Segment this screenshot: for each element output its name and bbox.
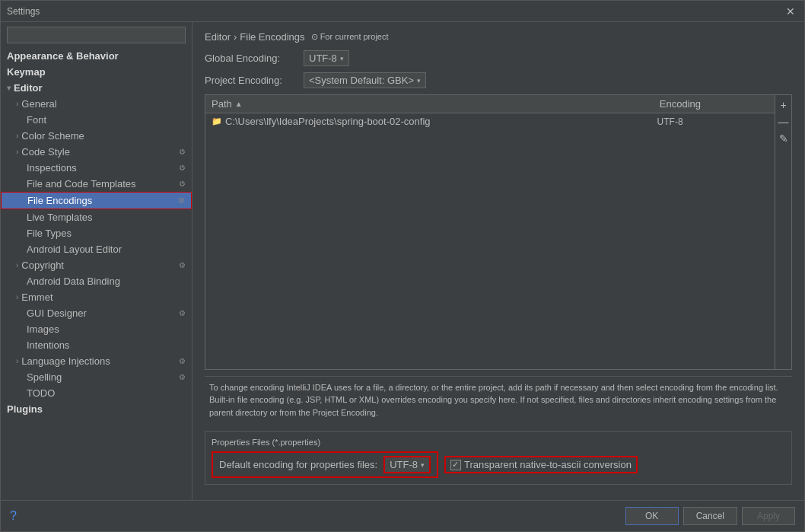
sidebar-item-inspections[interactable]: Inspections⚙ bbox=[1, 160, 192, 176]
th-encoding: Encoding bbox=[654, 95, 775, 113]
cell-encoding: UTF-8 bbox=[657, 116, 768, 127]
breadcrumb-editor: Editor bbox=[205, 31, 231, 43]
global-encoding-label: Global Encoding: bbox=[205, 53, 304, 64]
search-input[interactable] bbox=[7, 27, 186, 43]
breadcrumb-separator: › bbox=[234, 31, 237, 43]
sidebar-item-label: Inspections bbox=[27, 162, 77, 174]
sidebar-item-label: GUI Designer bbox=[27, 307, 87, 319]
cell-path: 📁 C:\Users\lfy\IdeaProjects\spring-boot-… bbox=[212, 116, 657, 127]
th-path-label: Path bbox=[212, 98, 232, 110]
chevron-icon: › bbox=[16, 293, 18, 301]
settings-badge-icon: ⚙ bbox=[179, 261, 186, 269]
sidebar-item-file-code-templates[interactable]: File and Code Templates⚙ bbox=[1, 176, 192, 192]
properties-encoding-combo[interactable]: UTF-8 ▾ bbox=[383, 456, 431, 473]
ok-button[interactable]: OK bbox=[625, 507, 679, 525]
sidebar-item-code-style[interactable]: ›Code Style⚙ bbox=[1, 144, 192, 160]
global-encoding-value: UTF-8 bbox=[309, 53, 337, 64]
settings-badge-icon: ⚙ bbox=[178, 196, 185, 205]
sidebar-item-label: Editor bbox=[14, 82, 43, 94]
sidebar-item-language-injections[interactable]: ›Language Injections⚙ bbox=[1, 353, 192, 369]
sidebar-item-live-templates[interactable]: Live Templates bbox=[1, 209, 192, 225]
sidebar-item-images[interactable]: Images bbox=[1, 321, 192, 337]
sidebar-item-label: General bbox=[21, 98, 56, 110]
global-encoding-combo[interactable]: UTF-8 ▾ bbox=[304, 50, 349, 66]
chevron-icon: › bbox=[16, 261, 18, 269]
help-icon[interactable]: ? bbox=[10, 509, 17, 523]
properties-encoding-value: UTF-8 bbox=[390, 459, 418, 470]
sidebar-item-label: Images bbox=[27, 323, 59, 335]
project-encoding-combo[interactable]: <System Default: GBK> ▾ bbox=[304, 72, 426, 88]
breadcrumb-current: File Encodings bbox=[240, 31, 304, 43]
properties-encoding-row: Default encoding for properties files: U… bbox=[212, 451, 438, 478]
sidebar-item-todo[interactable]: TODO bbox=[1, 385, 192, 401]
encodings-table: Path ▲ Encoding 📁 C:\Users\lfy\IdeaProje… bbox=[205, 95, 775, 369]
settings-badge-icon: ⚙ bbox=[179, 180, 186, 188]
settings-badge-icon: ⚙ bbox=[179, 373, 186, 381]
dialog-footer: ? OK Cancel Apply bbox=[1, 500, 804, 531]
project-encoding-label: Project Encoding: bbox=[205, 75, 304, 86]
breadcrumb: Editor › File Encodings ⊙ For current pr… bbox=[205, 31, 792, 43]
sort-arrow: ▲ bbox=[235, 100, 243, 108]
table-row[interactable]: 📁 C:\Users\lfy\IdeaProjects\spring-boot-… bbox=[205, 113, 775, 129]
sidebar-item-label: Spelling bbox=[27, 371, 62, 383]
default-encoding-label: Default encoding for properties files: bbox=[219, 459, 377, 470]
encodings-table-container: Path ▲ Encoding 📁 C:\Users\lfy\IdeaProje… bbox=[205, 94, 792, 370]
sidebar-item-label: Font bbox=[27, 114, 46, 126]
sidebar-item-label: File and Code Templates bbox=[27, 178, 136, 190]
table-actions: + — ✎ bbox=[775, 95, 791, 369]
remove-button[interactable]: — bbox=[777, 115, 791, 129]
dialog-body: Appearance & BehaviorKeymap▾Editor›Gener… bbox=[1, 22, 804, 500]
properties-encoding-arrow: ▾ bbox=[421, 461, 425, 469]
settings-badge-icon: ⚙ bbox=[179, 164, 186, 172]
cancel-button[interactable]: Cancel bbox=[683, 507, 737, 525]
sidebar-item-appearance[interactable]: Appearance & Behavior bbox=[1, 48, 192, 64]
settings-dialog: Settings ✕ Appearance & BehaviorKeymap▾E… bbox=[0, 0, 805, 532]
sidebar-item-label: Emmet bbox=[21, 291, 52, 303]
path-value: C:\Users\lfy\IdeaProjects\spring-boot-02… bbox=[225, 116, 431, 127]
sidebar-item-label: TODO bbox=[27, 387, 55, 399]
title-bar: Settings ✕ bbox=[1, 1, 804, 22]
sidebar: Appearance & BehaviorKeymap▾Editor›Gener… bbox=[1, 22, 192, 500]
transparent-checkbox-wrapper[interactable]: Transparent native-to-ascii conversion bbox=[444, 456, 638, 473]
edit-button[interactable]: ✎ bbox=[777, 132, 791, 145]
chevron-icon: ▾ bbox=[7, 84, 11, 92]
sidebar-item-gui-designer[interactable]: GUI Designer⚙ bbox=[1, 305, 192, 321]
sidebar-item-general[interactable]: ›General bbox=[1, 96, 192, 112]
sidebar-item-label: Android Data Binding bbox=[27, 276, 120, 287]
transparent-checkbox[interactable] bbox=[450, 460, 461, 470]
sidebar-item-file-encodings[interactable]: File Encodings⚙ bbox=[1, 192, 192, 209]
main-content: Editor › File Encodings ⊙ For current pr… bbox=[192, 22, 804, 500]
sidebar-item-editor[interactable]: ▾Editor bbox=[1, 80, 192, 96]
th-encoding-label: Encoding bbox=[660, 98, 701, 110]
apply-button[interactable]: Apply bbox=[742, 507, 795, 525]
for-project-note: ⊙ For current project bbox=[311, 32, 389, 42]
sidebar-item-copyright[interactable]: ›Copyright⚙ bbox=[1, 257, 192, 273]
sidebar-item-label: File Types bbox=[27, 228, 72, 239]
project-encoding-row: Project Encoding: <System Default: GBK> … bbox=[205, 72, 792, 88]
table-body: 📁 C:\Users\lfy\IdeaProjects\spring-boot-… bbox=[205, 113, 775, 369]
sidebar-item-file-types[interactable]: File Types bbox=[1, 225, 192, 241]
sidebar-item-label: Plugins bbox=[7, 403, 43, 415]
sidebar-item-android-layout[interactable]: Android Layout Editor bbox=[1, 241, 192, 257]
close-button[interactable]: ✕ bbox=[783, 5, 798, 18]
sidebar-item-font[interactable]: Font bbox=[1, 112, 192, 128]
settings-badge-icon: ⚙ bbox=[179, 148, 186, 156]
sidebar-item-emmet[interactable]: ›Emmet bbox=[1, 289, 192, 305]
sidebar-item-label: Language Injections bbox=[21, 355, 110, 367]
sidebar-item-label: Copyright bbox=[21, 260, 64, 271]
sidebar-item-keymap[interactable]: Keymap bbox=[1, 64, 192, 80]
title-bar-text: Settings bbox=[7, 6, 783, 17]
sidebar-item-label: File Encodings bbox=[27, 195, 92, 206]
add-button[interactable]: + bbox=[777, 98, 791, 112]
sidebar-item-spelling[interactable]: Spelling⚙ bbox=[1, 369, 192, 385]
sidebar-item-plugins[interactable]: Plugins bbox=[1, 401, 192, 417]
sidebar-item-color-scheme[interactable]: ›Color Scheme bbox=[1, 128, 192, 144]
chevron-icon: › bbox=[16, 132, 18, 140]
sidebar-item-intentions[interactable]: Intentions bbox=[1, 337, 192, 353]
table-header: Path ▲ Encoding bbox=[205, 95, 775, 113]
sidebar-item-label: Intentions bbox=[27, 339, 69, 351]
global-encoding-arrow: ▾ bbox=[340, 55, 344, 62]
sidebar-item-android-data[interactable]: Android Data Binding bbox=[1, 273, 192, 289]
sidebar-item-label: Color Scheme bbox=[21, 130, 84, 142]
chevron-icon: › bbox=[16, 100, 18, 108]
